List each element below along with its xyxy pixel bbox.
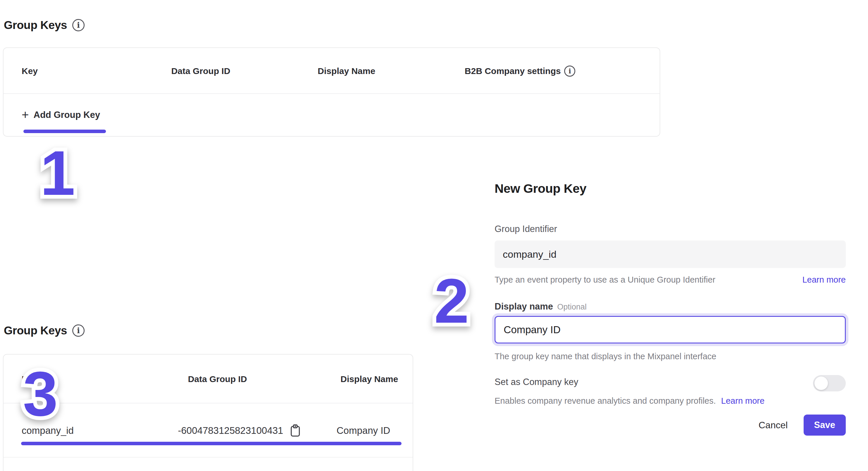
table-header-row: Key Data Group ID Display Name B2B Compa…: [3, 48, 660, 94]
step1-highlight-underline: [23, 130, 106, 133]
display-name-input[interactable]: [495, 316, 846, 343]
display-name-label: Display nameOptional: [495, 301, 586, 312]
display-name-helper: The group key name that displays in the …: [495, 352, 846, 361]
form-actions: Cancel Save: [758, 414, 846, 436]
data-group-id-value: -6004783125823100431: [178, 425, 283, 436]
step3-annotation: 3: [11, 358, 70, 431]
step1-annotation: 1: [28, 137, 87, 210]
step2-annotation: 2: [422, 265, 481, 338]
column-header-b2b-settings: B2B Company settings i: [465, 48, 575, 94]
step3-number: 3: [23, 359, 58, 429]
group-identifier-label: Group Identifier: [495, 224, 557, 234]
page-title: Group Keys: [4, 19, 67, 32]
page: Group Keys i Key Data Group ID Display N…: [0, 0, 868, 471]
set-company-key-label: Set as Company key: [495, 377, 578, 387]
step1-number: 1: [40, 138, 75, 208]
company-key-helper: Enables company revenue analytics and co…: [495, 396, 716, 405]
column-header-key: Key: [22, 48, 38, 94]
add-group-key-label: Add Group Key: [34, 110, 100, 120]
plus-icon: +: [22, 109, 29, 121]
optional-tag: Optional: [557, 303, 587, 311]
toggle-knob: [814, 377, 828, 390]
company-key-helper-row: Enables company revenue analytics and co…: [495, 396, 846, 406]
group-identifier-helper: Type an event property to use as a Uniqu…: [495, 275, 715, 285]
column-header-display-name: Display Name: [318, 48, 375, 94]
display-name-label-text: Display name: [495, 301, 553, 312]
group-keys-heading-top: Group Keys i: [4, 19, 85, 32]
info-icon[interactable]: i: [72, 19, 85, 31]
step3-highlight-underline: [21, 442, 402, 445]
page-title: Group Keys: [4, 324, 67, 337]
save-button[interactable]: Save: [804, 414, 846, 436]
group-keys-heading-bottom: Group Keys i: [4, 324, 85, 337]
group-identifier-input[interactable]: [495, 241, 846, 268]
column-header-data-group-id: Data Group ID: [188, 354, 247, 403]
learn-more-link[interactable]: Learn more: [802, 275, 846, 285]
new-group-key-form: New Group Key Group Identifier Type an e…: [495, 179, 846, 442]
row-data-group-id-cell: -6004783125823100431: [178, 403, 301, 458]
column-header-b2b-label: B2B Company settings: [465, 66, 561, 76]
row-divider: [3, 457, 413, 458]
form-title: New Group Key: [495, 181, 586, 196]
company-key-toggle[interactable]: [813, 375, 846, 391]
column-header-data-group-id: Data Group ID: [171, 48, 230, 94]
column-header-display-name: Display Name: [341, 354, 398, 403]
step2-number: 2: [434, 265, 469, 336]
group-identifier-helper-row: Type an event property to use as a Uniqu…: [495, 275, 846, 285]
learn-more-link[interactable]: Learn more: [721, 396, 765, 405]
row-display-name-cell: Company ID: [337, 403, 390, 458]
group-keys-table-empty: Key Data Group ID Display Name B2B Compa…: [3, 48, 660, 137]
cancel-button[interactable]: Cancel: [758, 420, 788, 431]
info-icon[interactable]: i: [564, 66, 575, 77]
info-icon[interactable]: i: [72, 324, 85, 337]
copy-icon[interactable]: [290, 424, 301, 437]
